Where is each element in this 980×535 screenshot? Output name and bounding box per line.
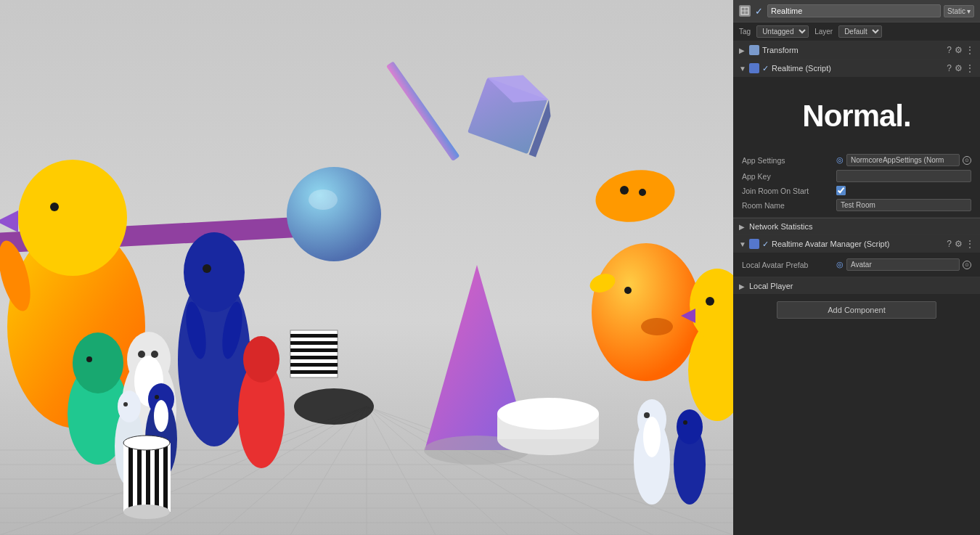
svg-point-37: [138, 351, 145, 358]
avatar-manager-arrow-icon: ▼: [739, 240, 746, 248]
realtime-script-icon: [749, 63, 759, 73]
svg-point-27: [18, 160, 127, 276]
svg-point-32: [73, 332, 123, 393]
tag-select[interactable]: Untagged: [756, 25, 809, 38]
active-checkmark[interactable]: ✓: [755, 6, 763, 17]
avatar-settings-icon[interactable]: ⚙: [955, 239, 963, 249]
svg-point-75: [643, 417, 661, 457]
realtime-more-icon[interactable]: ⋮: [965, 63, 974, 73]
app-settings-label: App Settings: [742, 156, 836, 165]
realtime-script-checkmark[interactable]: ✓: [762, 64, 769, 73]
app-settings-field[interactable]: NormcoreAppSettings (Norm: [846, 154, 960, 166]
room-name-input[interactable]: [836, 199, 971, 211]
room-name-label: Room Name: [742, 201, 836, 210]
svg-point-43: [203, 264, 211, 273]
avatar-help-icon[interactable]: ?: [947, 239, 952, 249]
svg-rect-59: [290, 370, 338, 374]
svg-point-67: [620, 186, 629, 195]
svg-rect-89: [163, 443, 168, 512]
svg-point-50: [123, 402, 128, 407]
object-icon: [739, 5, 751, 17]
avatar-manager-header[interactable]: ▼ ✓ Realtime Avatar Manager (Script) ? ⚙…: [733, 235, 980, 253]
transform-name: Transform: [762, 46, 944, 54]
static-button[interactable]: Static ▾: [944, 5, 974, 17]
svg-point-49: [118, 391, 141, 422]
svg-point-76: [644, 412, 650, 418]
svg-point-65: [497, 398, 599, 430]
local-player-name: Local Player: [749, 282, 793, 290]
app-key-label: App Key: [742, 172, 836, 181]
app-settings-link-icon[interactable]: ⊙: [963, 156, 971, 165]
svg-point-29: [50, 203, 59, 211]
realtime-properties: App Settings ◎ NormcoreAppSettings (Norm…: [733, 148, 980, 217]
transform-header[interactable]: ▶ Transform ? ⚙ ⋮: [733, 41, 980, 59]
network-stats-header[interactable]: ▶ Network Statistics: [733, 218, 980, 235]
avatar-manager-name: Realtime Avatar Manager (Script): [772, 240, 944, 248]
join-room-label: Join Room On Start: [742, 187, 836, 195]
svg-point-33: [86, 356, 92, 362]
svg-rect-55: [290, 341, 338, 345]
join-room-row: Join Room On Start: [742, 186, 971, 195]
svg-point-38: [151, 351, 158, 358]
realtime-arrow-icon: ▼: [739, 65, 746, 73]
layer-select[interactable]: Default: [838, 25, 882, 38]
transform-help-icon[interactable]: ?: [947, 45, 952, 55]
transform-settings-icon[interactable]: ⚙: [955, 45, 963, 55]
svg-point-70: [641, 318, 673, 335]
realtime-script-header[interactable]: ▼ ✓ Realtime (Script) ? ⚙ ⋮: [733, 60, 980, 77]
add-component-section: Add Component: [733, 294, 980, 326]
realtime-help-icon[interactable]: ?: [947, 63, 952, 73]
layer-label: Layer: [814, 28, 833, 36]
avatar-more-icon[interactable]: ⋮: [965, 239, 974, 249]
avatar-manager-component: ▼ ✓ Realtime Avatar Manager (Script) ? ⚙…: [733, 235, 980, 277]
avatar-manager-properties: Local Avatar Prefab ◎ Avatar ⊙: [733, 253, 980, 277]
app-key-input[interactable]: [836, 170, 971, 182]
svg-rect-54: [290, 334, 338, 338]
svg-rect-56: [290, 348, 338, 352]
svg-point-78: [677, 409, 703, 444]
inspector-header: ✓ Static ▾: [733, 0, 980, 23]
realtime-settings-icon[interactable]: ⚙: [955, 63, 963, 73]
transform-arrow-icon: ▶: [739, 46, 746, 54]
app-settings-dot-icon: ◎: [836, 155, 844, 165]
app-key-row: App Key: [742, 170, 971, 182]
network-stats-name: Network Statistics: [749, 222, 974, 231]
svg-point-69: [592, 243, 701, 381]
svg-point-24: [287, 167, 381, 261]
local-avatar-prefab-label: Local Avatar Prefab: [742, 261, 836, 269]
svg-point-25: [309, 189, 338, 210]
svg-rect-88: [155, 443, 159, 512]
local-avatar-prefab-value: ◎ Avatar ⊙: [836, 258, 971, 271]
svg-point-46: [154, 400, 168, 432]
svg-rect-86: [137, 443, 142, 512]
svg-point-47: [155, 395, 159, 399]
scene-viewport[interactable]: [0, 0, 733, 535]
svg-point-40: [184, 232, 245, 312]
app-key-value: [836, 170, 971, 182]
add-component-button[interactable]: Add Component: [777, 301, 936, 319]
avatar-prefab-dot-icon: ◎: [836, 260, 844, 269]
realtime-script-name: Realtime (Script): [772, 64, 944, 73]
inspector-panel: ✓ Static ▾ Tag Untagged Layer Default ▶ …: [733, 0, 980, 535]
svg-rect-85: [128, 443, 133, 512]
object-name-input[interactable]: [767, 4, 941, 17]
svg-rect-87: [146, 443, 150, 512]
svg-point-79: [683, 420, 687, 425]
svg-point-52: [243, 336, 279, 383]
svg-point-68: [639, 189, 646, 196]
avatar-prefab-field[interactable]: Avatar: [846, 258, 960, 271]
local-avatar-prefab-row: Local Avatar Prefab ◎ Avatar ⊙: [742, 258, 971, 271]
local-player-arrow-icon: ▶: [739, 282, 746, 290]
avatar-manager-icon: [749, 239, 759, 249]
join-room-checkbox[interactable]: [836, 186, 846, 195]
realtime-script-component: ▼ ✓ Realtime (Script) ? ⚙ ⋮ Normal. App …: [733, 60, 980, 218]
transform-more-icon[interactable]: ⋮: [965, 45, 974, 55]
realtime-script-actions: ? ⚙ ⋮: [947, 63, 974, 73]
avatar-prefab-link-icon[interactable]: ⊙: [963, 261, 971, 269]
tag-layer-row: Tag Untagged Layer Default: [733, 23, 980, 41]
tag-label: Tag: [739, 28, 751, 36]
normal-logo: Normal.: [802, 99, 910, 134]
app-settings-row: App Settings ◎ NormcoreAppSettings (Norm…: [742, 154, 971, 166]
local-player-row[interactable]: ▶ Local Player: [733, 277, 980, 294]
avatar-manager-checkmark[interactable]: ✓: [762, 240, 769, 249]
